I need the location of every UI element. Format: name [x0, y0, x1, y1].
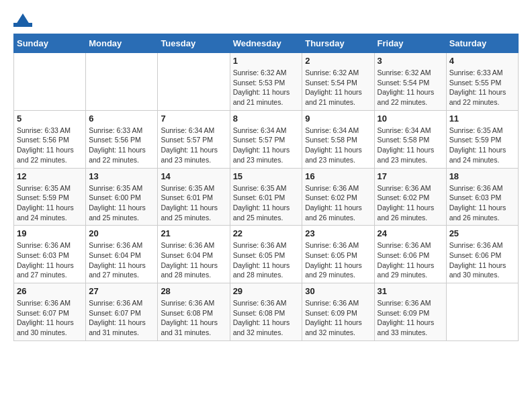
calendar-cell: 21Sunrise: 6:36 AM Sunset: 6:04 PM Dayli…	[158, 226, 230, 283]
calendar-cell: 23Sunrise: 6:36 AM Sunset: 6:05 PM Dayli…	[302, 226, 374, 283]
calendar-cell: 30Sunrise: 6:36 AM Sunset: 6:09 PM Dayli…	[302, 283, 374, 341]
calendar-cell: 15Sunrise: 6:35 AM Sunset: 6:01 PM Dayli…	[230, 168, 302, 226]
day-number: 6	[89, 113, 154, 124]
calendar-cell: 4Sunrise: 6:33 AM Sunset: 5:55 PM Daylig…	[446, 53, 518, 111]
day-info: Sunrise: 6:36 AM Sunset: 6:05 PM Dayligh…	[305, 240, 371, 280]
calendar-cell	[446, 283, 518, 341]
day-info: Sunrise: 6:36 AM Sunset: 6:02 PM Dayligh…	[305, 183, 371, 223]
calendar-cell: 12Sunrise: 6:35 AM Sunset: 5:59 PM Dayli…	[14, 168, 86, 226]
calendar-cell: 5Sunrise: 6:33 AM Sunset: 5:56 PM Daylig…	[14, 110, 86, 168]
day-number: 26	[17, 286, 83, 296]
day-number: 3	[378, 56, 443, 66]
calendar-cell: 10Sunrise: 6:34 AM Sunset: 5:58 PM Dayli…	[374, 110, 446, 168]
weekday-monday: Monday	[86, 34, 158, 53]
day-info: Sunrise: 6:33 AM Sunset: 5:56 PM Dayligh…	[17, 126, 83, 165]
day-number: 18	[449, 171, 515, 181]
day-number: 17	[378, 171, 443, 181]
day-info: Sunrise: 6:35 AM Sunset: 6:01 PM Dayligh…	[233, 183, 300, 223]
calendar-cell: 2Sunrise: 6:32 AM Sunset: 5:54 PM Daylig…	[302, 53, 374, 111]
day-number: 9	[305, 113, 371, 124]
day-number: 14	[161, 171, 226, 181]
calendar-week-1: 1Sunrise: 6:32 AM Sunset: 5:53 PM Daylig…	[14, 53, 519, 111]
calendar-cell: 6Sunrise: 6:33 AM Sunset: 5:56 PM Daylig…	[86, 110, 158, 168]
day-info: Sunrise: 6:36 AM Sunset: 6:05 PM Dayligh…	[233, 240, 300, 280]
calendar-cell: 31Sunrise: 6:36 AM Sunset: 6:09 PM Dayli…	[374, 283, 446, 341]
calendar-table: SundayMondayTuesdayWednesdayThursdayFrid…	[13, 34, 519, 341]
calendar-cell	[14, 53, 86, 111]
day-info: Sunrise: 6:36 AM Sunset: 6:07 PM Dayligh…	[17, 298, 83, 338]
calendar-cell: 17Sunrise: 6:36 AM Sunset: 6:02 PM Dayli…	[374, 168, 446, 226]
day-info: Sunrise: 6:33 AM Sunset: 5:55 PM Dayligh…	[449, 68, 515, 107]
day-info: Sunrise: 6:36 AM Sunset: 6:09 PM Dayligh…	[378, 298, 443, 338]
day-number: 13	[89, 171, 154, 181]
day-number: 11	[449, 113, 515, 124]
day-number: 24	[378, 228, 443, 238]
calendar-cell: 3Sunrise: 6:32 AM Sunset: 5:54 PM Daylig…	[374, 53, 446, 111]
weekday-wednesday: Wednesday	[230, 34, 302, 53]
day-number: 2	[305, 56, 371, 66]
calendar-cell: 14Sunrise: 6:35 AM Sunset: 6:01 PM Dayli…	[158, 168, 230, 226]
day-info: Sunrise: 6:36 AM Sunset: 6:02 PM Dayligh…	[378, 183, 443, 223]
weekday-header-row: SundayMondayTuesdayWednesdayThursdayFrid…	[14, 34, 519, 53]
calendar-cell: 28Sunrise: 6:36 AM Sunset: 6:08 PM Dayli…	[158, 283, 230, 341]
day-info: Sunrise: 6:36 AM Sunset: 6:06 PM Dayligh…	[378, 240, 443, 280]
calendar-cell: 7Sunrise: 6:34 AM Sunset: 5:57 PM Daylig…	[158, 110, 230, 168]
calendar-cell: 8Sunrise: 6:34 AM Sunset: 5:57 PM Daylig…	[230, 110, 302, 168]
day-info: Sunrise: 6:34 AM Sunset: 5:58 PM Dayligh…	[305, 126, 371, 165]
calendar-cell: 24Sunrise: 6:36 AM Sunset: 6:06 PM Dayli…	[374, 226, 446, 283]
weekday-tuesday: Tuesday	[158, 34, 230, 53]
weekday-thursday: Thursday	[302, 34, 374, 53]
day-info: Sunrise: 6:36 AM Sunset: 6:08 PM Dayligh…	[233, 298, 300, 338]
weekday-saturday: Saturday	[446, 34, 518, 53]
day-number: 27	[89, 286, 154, 296]
calendar-cell: 19Sunrise: 6:36 AM Sunset: 6:03 PM Dayli…	[14, 226, 86, 283]
calendar-cell: 9Sunrise: 6:34 AM Sunset: 5:58 PM Daylig…	[302, 110, 374, 168]
calendar-cell: 11Sunrise: 6:35 AM Sunset: 5:59 PM Dayli…	[446, 110, 518, 168]
calendar-cell: 16Sunrise: 6:36 AM Sunset: 6:02 PM Dayli…	[302, 168, 374, 226]
day-info: Sunrise: 6:36 AM Sunset: 6:03 PM Dayligh…	[17, 240, 83, 280]
day-info: Sunrise: 6:35 AM Sunset: 5:59 PM Dayligh…	[17, 183, 83, 223]
day-info: Sunrise: 6:34 AM Sunset: 5:58 PM Dayligh…	[378, 126, 443, 165]
calendar-cell	[86, 53, 158, 111]
day-info: Sunrise: 6:36 AM Sunset: 6:06 PM Dayligh…	[449, 240, 515, 280]
logo	[13, 13, 39, 27]
calendar-cell: 18Sunrise: 6:36 AM Sunset: 6:03 PM Dayli…	[446, 168, 518, 226]
day-number: 20	[89, 228, 154, 238]
day-info: Sunrise: 6:35 AM Sunset: 6:01 PM Dayligh…	[161, 183, 226, 223]
day-number: 12	[17, 171, 83, 181]
day-number: 5	[17, 113, 83, 124]
calendar-cell: 25Sunrise: 6:36 AM Sunset: 6:06 PM Dayli…	[446, 226, 518, 283]
day-number: 23	[305, 228, 371, 238]
calendar-cell: 13Sunrise: 6:35 AM Sunset: 6:00 PM Dayli…	[86, 168, 158, 226]
day-info: Sunrise: 6:36 AM Sunset: 6:09 PM Dayligh…	[305, 298, 371, 338]
day-info: Sunrise: 6:36 AM Sunset: 6:07 PM Dayligh…	[89, 298, 154, 338]
day-number: 15	[233, 171, 300, 181]
day-info: Sunrise: 6:36 AM Sunset: 6:08 PM Dayligh…	[161, 298, 226, 338]
day-info: Sunrise: 6:33 AM Sunset: 5:56 PM Dayligh…	[89, 126, 154, 165]
day-info: Sunrise: 6:32 AM Sunset: 5:53 PM Dayligh…	[233, 68, 300, 107]
calendar-cell: 26Sunrise: 6:36 AM Sunset: 6:07 PM Dayli…	[14, 283, 86, 341]
calendar-cell: 1Sunrise: 6:32 AM Sunset: 5:53 PM Daylig…	[230, 53, 302, 111]
day-number: 29	[233, 286, 300, 296]
calendar-week-4: 19Sunrise: 6:36 AM Sunset: 6:03 PM Dayli…	[14, 226, 519, 283]
day-info: Sunrise: 6:34 AM Sunset: 5:57 PM Dayligh…	[161, 126, 226, 165]
day-number: 19	[17, 228, 83, 238]
day-info: Sunrise: 6:32 AM Sunset: 5:54 PM Dayligh…	[378, 68, 443, 107]
day-info: Sunrise: 6:36 AM Sunset: 6:04 PM Dayligh…	[161, 240, 226, 280]
day-number: 31	[378, 286, 443, 296]
day-number: 21	[161, 228, 226, 238]
day-number: 4	[449, 56, 515, 66]
day-number: 16	[305, 171, 371, 181]
day-number: 7	[161, 113, 226, 124]
calendar-week-2: 5Sunrise: 6:33 AM Sunset: 5:56 PM Daylig…	[14, 110, 519, 168]
calendar-body: 1Sunrise: 6:32 AM Sunset: 5:53 PM Daylig…	[14, 53, 519, 341]
calendar-week-5: 26Sunrise: 6:36 AM Sunset: 6:07 PM Dayli…	[14, 283, 519, 341]
calendar-cell: 20Sunrise: 6:36 AM Sunset: 6:04 PM Dayli…	[86, 226, 158, 283]
day-info: Sunrise: 6:36 AM Sunset: 6:04 PM Dayligh…	[89, 240, 154, 280]
day-number: 1	[233, 56, 300, 66]
day-number: 30	[305, 286, 371, 296]
day-number: 25	[449, 228, 515, 238]
day-number: 8	[233, 113, 300, 124]
day-info: Sunrise: 6:36 AM Sunset: 6:03 PM Dayligh…	[449, 183, 515, 223]
day-number: 28	[161, 286, 226, 296]
